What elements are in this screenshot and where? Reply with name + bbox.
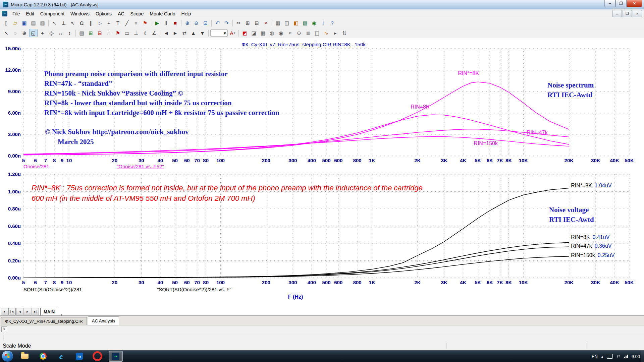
language-indicator[interactable]: EN bbox=[592, 354, 598, 359]
text-mode-icon[interactable]: T bbox=[114, 19, 122, 27]
menu-item-edit[interactable]: Edit bbox=[23, 10, 37, 17]
zoom-in-icon[interactable]: ⊕ bbox=[183, 19, 192, 27]
valley-icon[interactable]: ▼ bbox=[198, 29, 207, 37]
menu-item-monte-carlo[interactable]: Monte Carlo bbox=[147, 10, 178, 17]
plot-nav-button-2[interactable]: ◄ bbox=[16, 308, 23, 315]
watch-icon[interactable]: ⊙ bbox=[295, 29, 303, 37]
info-icon[interactable]: i bbox=[319, 19, 327, 27]
next-run-icon[interactable]: ⇄ bbox=[180, 29, 189, 37]
baseline-icon[interactable]: ⊥ bbox=[132, 29, 140, 37]
chart-icon[interactable]: ◧ bbox=[292, 19, 300, 27]
numeric-output-icon[interactable]: ≣ bbox=[304, 29, 312, 37]
cursor-mode-icon[interactable]: + bbox=[38, 29, 47, 37]
pause-icon[interactable]: ‖ bbox=[162, 19, 170, 27]
three-d-plot-icon[interactable]: ◫ bbox=[313, 29, 321, 37]
show-desktop-button[interactable] bbox=[641, 350, 644, 362]
go-left-icon[interactable]: ◄ bbox=[162, 29, 170, 37]
taskbar-clock[interactable]: 9:00 bbox=[632, 354, 640, 359]
taskbar-chrome-icon[interactable] bbox=[36, 351, 50, 361]
vertical-tag-icon[interactable]: ↕ bbox=[65, 29, 74, 37]
help-icon[interactable]: ? bbox=[328, 19, 336, 27]
maximize-button[interactable]: ❐ bbox=[615, 0, 627, 7]
peak-icon[interactable]: ▲ bbox=[189, 29, 198, 37]
menu-item-component[interactable]: Component bbox=[37, 10, 67, 17]
menu-item-options[interactable]: Options bbox=[93, 10, 115, 17]
bottom-expression-link[interactable]: "SQRT(SD(Onoise^2))/281 vs. F" bbox=[157, 287, 231, 292]
save-icon[interactable]: ▣ bbox=[20, 19, 29, 27]
graphics-mode-icon[interactable]: ◌ bbox=[11, 29, 19, 37]
token-icon[interactable]: ⚑ bbox=[114, 29, 122, 37]
flag-icon[interactable]: ⚑ bbox=[141, 19, 149, 27]
waveform-dropdown[interactable]: ▾ bbox=[210, 29, 228, 37]
select-arrow-icon[interactable]: ↖ bbox=[50, 19, 59, 27]
properties-icon[interactable]: ▤ bbox=[77, 29, 86, 37]
bus-mode-icon[interactable]: ≡ bbox=[132, 19, 140, 27]
zoom-mode-icon[interactable]: ⊕ bbox=[20, 29, 29, 37]
undo-icon[interactable]: ↶ bbox=[213, 19, 222, 27]
linear-scale-icon[interactable]: ∠ bbox=[150, 29, 158, 37]
animate-icon[interactable]: ▸ bbox=[331, 29, 339, 37]
plot-nav-button-4[interactable]: ►| bbox=[32, 308, 39, 315]
add-waveform-icon[interactable]: ⊞ bbox=[87, 29, 95, 37]
start-button[interactable] bbox=[2, 350, 13, 362]
diode-icon[interactable]: ▷ bbox=[96, 19, 104, 27]
polar-plot-icon[interactable]: ◍ bbox=[268, 29, 276, 37]
taskbar-blue-app-icon[interactable]: in bbox=[72, 351, 86, 361]
mdi-restore-button[interactable]: ❐ bbox=[623, 10, 632, 17]
menu-item-scope[interactable]: Scope bbox=[127, 10, 147, 17]
fft-icon[interactable]: ≈ bbox=[286, 29, 294, 37]
border-icon[interactable]: ◫ bbox=[283, 19, 291, 27]
open-file-icon[interactable]: ▱ bbox=[11, 19, 19, 27]
cut-icon[interactable]: ✂ bbox=[234, 19, 243, 27]
menu-item-file[interactable]: File bbox=[9, 10, 23, 17]
panel-close-button[interactable]: × bbox=[1, 326, 7, 332]
scale-mode-icon[interactable]: ◱ bbox=[29, 29, 38, 37]
capacitor-icon[interactable]: ∥ bbox=[87, 19, 95, 27]
background-icon[interactable]: ◪ bbox=[250, 29, 258, 37]
delete-icon[interactable]: × bbox=[262, 19, 270, 27]
stop-icon[interactable]: ■ bbox=[171, 19, 179, 27]
menu-item-help[interactable]: Help bbox=[178, 10, 194, 17]
tab-circuit-file[interactable]: ФК_Cy-XXI_v7_Rin+75us_stepping.CIR bbox=[1, 317, 87, 325]
minimize-button[interactable]: – bbox=[604, 0, 615, 7]
image-icon[interactable]: ▨ bbox=[301, 19, 309, 27]
sine-source-icon[interactable]: ∿ bbox=[68, 19, 77, 27]
ruler-icon[interactable]: ▭ bbox=[123, 29, 131, 37]
top-expression-link[interactable]: "Onoise/281 vs. F#2" bbox=[117, 164, 164, 169]
taskbar-opera-icon[interactable] bbox=[91, 351, 104, 361]
run-icon[interactable]: ▶ bbox=[153, 19, 161, 27]
go-right-icon[interactable]: ► bbox=[171, 29, 179, 37]
grid-icon[interactable]: ▦ bbox=[274, 19, 282, 27]
zoom-out-icon[interactable]: ⊖ bbox=[192, 19, 201, 27]
close-button[interactable]: ✕ bbox=[627, 0, 642, 7]
copy-icon[interactable]: ⊞ bbox=[244, 19, 252, 27]
log-scale-icon[interactable]: ℓ bbox=[141, 29, 149, 37]
docked-text-panel[interactable] bbox=[0, 333, 644, 342]
slider-icon[interactable]: ⇅ bbox=[340, 29, 348, 37]
plot-nav-button-0[interactable]: ▾ bbox=[1, 308, 8, 315]
print-preview-icon[interactable]: ▤ bbox=[29, 19, 38, 27]
action-center-flag-icon[interactable]: ⚐ bbox=[616, 354, 621, 359]
plot-nav-button-3[interactable]: ► bbox=[24, 308, 31, 315]
data-points-icon[interactable]: ∴ bbox=[105, 29, 113, 37]
font-icon[interactable]: A▾ bbox=[228, 29, 237, 37]
taskbar-ie-icon[interactable]: e bbox=[54, 351, 68, 361]
network-tray-icon[interactable] bbox=[624, 354, 628, 358]
remove-waveform-icon[interactable]: ⊟ bbox=[96, 29, 104, 37]
fit-view-icon[interactable]: ⊡ bbox=[201, 19, 210, 27]
grid-toggle-icon[interactable]: ▦ bbox=[259, 29, 267, 37]
new-file-icon[interactable]: ▯ bbox=[2, 19, 10, 27]
horizontal-tag-icon[interactable]: ↔ bbox=[56, 29, 65, 37]
menu-item-windows[interactable]: Windows bbox=[67, 10, 93, 17]
taskbar-microcap-icon[interactable]: ~ bbox=[109, 351, 123, 362]
menu-item-ac[interactable]: AC bbox=[115, 10, 127, 17]
paste-icon[interactable]: ⊟ bbox=[253, 19, 261, 27]
node-numbers-icon[interactable]: ◉ bbox=[310, 19, 318, 27]
smith-chart-icon[interactable]: ◉ bbox=[277, 29, 285, 37]
tab-ac-analysis[interactable]: AC Analysis bbox=[88, 316, 119, 325]
plot-nav-button-1[interactable]: |◄ bbox=[8, 308, 16, 315]
color-icon[interactable]: ◩ bbox=[240, 29, 249, 37]
performance-icon[interactable]: ∿ bbox=[322, 29, 330, 37]
ground-icon[interactable]: ⊥ bbox=[59, 19, 68, 27]
keyboard-tray-icon[interactable] bbox=[607, 354, 613, 359]
